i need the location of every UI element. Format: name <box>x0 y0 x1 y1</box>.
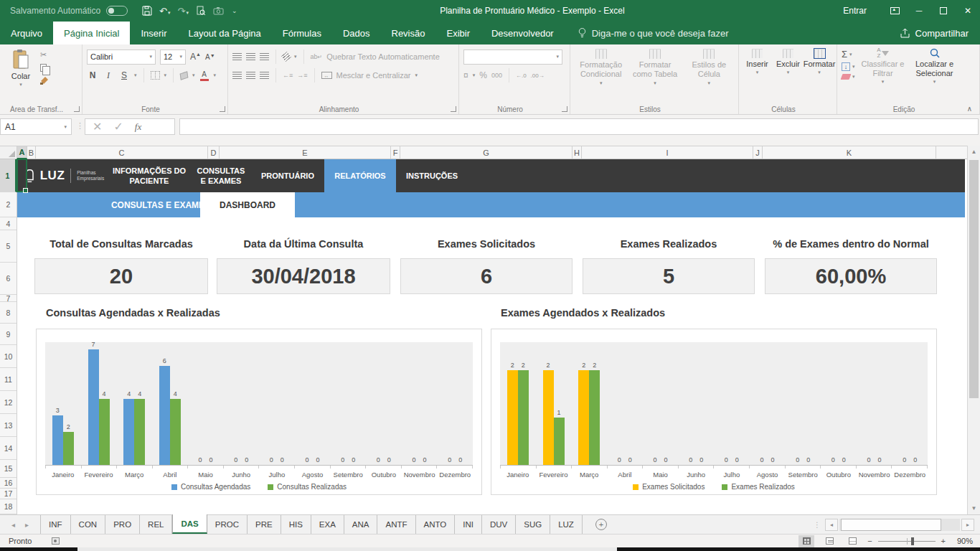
format-cells-button[interactable]: Formatar▾ <box>805 49 834 103</box>
font-name-select[interactable]: Calibri▾ <box>87 50 156 65</box>
column-header-G[interactable]: G <box>400 146 573 159</box>
nav-item-informacoes-do-paciente[interactable]: INFORMAÇÕES DO PACIENTE <box>108 159 191 192</box>
align-middle-icon[interactable] <box>246 53 255 60</box>
hscroll-left-icon[interactable]: ◂ <box>825 519 838 531</box>
zoom-slider[interactable] <box>878 541 936 542</box>
sheet-tab-rel[interactable]: REL <box>140 515 172 534</box>
column-header-J[interactable]: J <box>753 146 763 159</box>
wrap-text-button[interactable]: Quebrar Texto Automaticamente <box>326 52 440 61</box>
align-right-icon[interactable] <box>260 72 269 79</box>
sheet-tab-sug[interactable]: SUG <box>516 515 550 534</box>
paste-button[interactable]: Colar▾ <box>4 49 37 103</box>
chart-2[interactable]: 222122000000000000000000JaneiroFevereiro… <box>491 329 937 495</box>
ribbon-tab-desenvolvedor[interactable]: Desenvolvedor <box>481 22 565 44</box>
row-header-17[interactable]: 17 <box>0 489 17 499</box>
alignment-dialog-launcher-icon[interactable] <box>451 106 456 112</box>
number-format-select[interactable]: ▾ <box>463 50 562 65</box>
sign-in-button[interactable]: Entrar <box>827 6 882 16</box>
subnav-dashboard[interactable]: DASHBOARD <box>200 192 295 217</box>
sheet-tab-duv[interactable]: DUV <box>482 515 516 534</box>
zoom-level[interactable]: 90% <box>953 537 973 545</box>
sheet-scroll-left-icon[interactable]: ◂ <box>11 521 15 529</box>
sheet-scroll-right-icon[interactable]: ▸ <box>25 521 29 529</box>
redo-icon[interactable]: ↷▾ <box>178 6 189 16</box>
close-button[interactable]: ✕ <box>956 0 980 22</box>
column-header-I[interactable]: I <box>582 146 753 159</box>
row-header-7[interactable]: 7 <box>0 295 17 302</box>
vertical-scrollbar[interactable]: ▲ ▼ <box>967 146 980 514</box>
horizontal-scroll-thumb[interactable] <box>841 519 941 531</box>
font-size-select[interactable]: 12▾ <box>160 50 186 65</box>
zoom-slider-thumb[interactable] <box>911 537 914 545</box>
increase-decimal-icon[interactable]: ←.0 <box>516 72 527 79</box>
ribbon-tab-dados[interactable]: Dados <box>332 22 381 44</box>
column-header-F[interactable]: F <box>391 146 400 159</box>
sort-filter-button[interactable]: AZ Classificar e Filtrar▾ <box>859 47 907 103</box>
row-header-5[interactable]: 5 <box>0 230 17 263</box>
clear-button[interactable]: ▾ <box>842 74 855 80</box>
sheet-tab-ini[interactable]: INI <box>455 515 482 534</box>
column-header-B[interactable]: B <box>27 146 36 159</box>
sheet-tab-ana[interactable]: ANA <box>344 515 378 534</box>
increase-indent-icon[interactable]: →≡ <box>297 72 307 79</box>
column-header-D[interactable]: D <box>208 146 220 159</box>
find-select-button[interactable]: Localizar e Selecionar▾ <box>911 47 958 103</box>
vertical-scroll-thumb[interactable] <box>969 160 979 398</box>
row-header-4[interactable]: 4 <box>0 217 17 230</box>
row-header-16[interactable]: 16 <box>0 478 17 489</box>
row-header-11[interactable]: 11 <box>0 368 17 391</box>
nav-item-relatorios[interactable]: RELATÓRIOS <box>324 159 396 192</box>
hscroll-right-icon[interactable]: ▸ <box>961 519 974 531</box>
conditional-formatting-button[interactable]: Formatação Condicional▾ <box>575 49 627 103</box>
autosave-toggle[interactable] <box>106 6 128 16</box>
decrease-font-icon[interactable]: A▼ <box>205 53 215 61</box>
ribbon-tab-inserir[interactable]: Inserir <box>130 22 177 44</box>
chart-1[interactable]: 327444640000000000000000JaneiroFevereiro… <box>36 329 482 495</box>
horizontal-scrollbar[interactable] <box>839 519 960 531</box>
number-dialog-launcher-icon[interactable] <box>562 106 567 112</box>
ribbon-tab-formulas[interactable]: Fórmulas <box>272 22 332 44</box>
nav-item-prontuario[interactable]: PRONTUÁRIO <box>251 159 324 192</box>
row-header-15[interactable]: 15 <box>0 460 17 478</box>
fill-button[interactable]: ↓▾ <box>842 62 855 71</box>
percent-style-button[interactable]: % <box>479 70 487 80</box>
column-header-E[interactable]: E <box>220 146 391 159</box>
name-box[interactable]: A1▾ <box>0 118 72 135</box>
decrease-indent-icon[interactable]: ←≡ <box>283 72 293 79</box>
sheet-tab-pre[interactable]: PRE <box>248 515 281 534</box>
enter-icon[interactable]: ✓ <box>113 120 123 133</box>
scroll-down-icon[interactable]: ▼ <box>968 502 980 514</box>
ribbon-tab-exibir[interactable]: Exibir <box>435 22 481 44</box>
sheet-tab-con[interactable]: CON <box>71 515 106 534</box>
restore-button[interactable] <box>931 0 956 22</box>
format-as-table-button[interactable]: Formatar como Tabela▾ <box>628 49 681 103</box>
clipboard-dialog-launcher-icon[interactable] <box>74 106 80 112</box>
align-left-icon[interactable] <box>232 72 242 79</box>
orientation-icon[interactable] <box>281 52 291 62</box>
sheet-tab-inf[interactable]: INF <box>40 515 71 534</box>
row-header-6[interactable]: 6 <box>0 263 17 295</box>
tell-me-box[interactable]: Diga-me o que você deseja fazer <box>578 22 729 44</box>
print-preview-icon[interactable] <box>196 6 206 16</box>
sheet-tab-antf[interactable]: ANTF <box>377 515 415 534</box>
qat-customize-icon[interactable]: ⌄ <box>232 7 237 14</box>
cut-icon[interactable]: ✂ <box>40 50 49 60</box>
row-header-8[interactable]: 8 <box>0 302 17 324</box>
row-header-13[interactable]: 13 <box>0 414 17 437</box>
ribbon-tab-pagina-inicial[interactable]: Página Inicial <box>53 22 130 44</box>
insert-function-button[interactable]: fx <box>135 121 141 133</box>
comma-style-button[interactable]: 000 <box>491 72 502 79</box>
new-sheet-button[interactable]: + <box>595 519 607 530</box>
zoom-in-icon[interactable]: + <box>941 537 946 545</box>
scroll-up-icon[interactable]: ▲ <box>968 146 980 158</box>
row-header-12[interactable]: 12 <box>0 391 17 414</box>
sheet-tab-his[interactable]: HIS <box>281 515 311 534</box>
sheet-tab-anto[interactable]: ANTO <box>416 515 456 534</box>
row-header-2[interactable]: 2 <box>0 192 17 217</box>
cell-styles-button[interactable]: Estilos de Célula▾ <box>683 49 735 103</box>
ribbon-display-options-button[interactable] <box>882 0 907 22</box>
sheet-tab-das[interactable]: DAS <box>172 514 207 534</box>
fill-color-icon[interactable] <box>180 71 189 80</box>
share-button[interactable]: Compartilhar <box>888 22 980 44</box>
align-bottom-icon[interactable] <box>260 53 269 60</box>
